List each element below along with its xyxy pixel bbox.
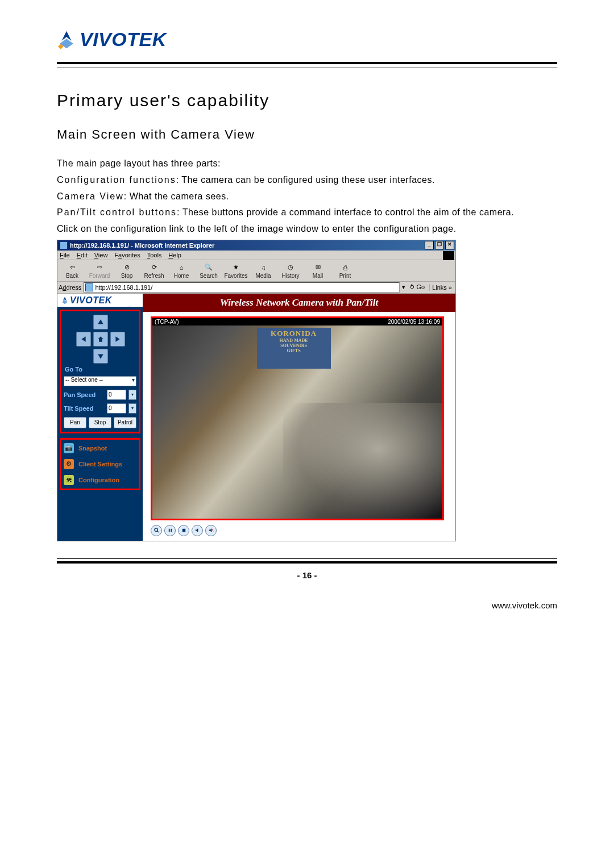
patrol-button[interactable]: Patrol	[114, 417, 136, 428]
paragraph: Click on the configuration link to the l…	[57, 221, 557, 237]
tilt-speed-value[interactable]: 0	[107, 403, 126, 414]
brand-logo: VIVOTEK	[57, 28, 557, 51]
back-button[interactable]: ⇦Back	[60, 261, 85, 280]
svg-rect-5	[182, 529, 185, 532]
camera-page-title: Wireless Network Camera with Pan/Tilt	[143, 294, 455, 312]
volume-icon[interactable]	[192, 525, 203, 536]
snapshot-link[interactable]: 📷 Snapshot	[64, 443, 136, 453]
brand-text: VIVOTEK	[80, 28, 167, 51]
chevron-down-icon: ▾	[132, 377, 135, 383]
divider	[57, 62, 557, 64]
search-button[interactable]: 🔍Search	[196, 261, 221, 280]
ie-icon	[60, 241, 68, 249]
video-timestamp: 2000/02/05 13:16:09	[388, 319, 440, 325]
pan-tilt-panel: Go To -- Select one -- ▾ Pan Speed 0 ▾ T…	[60, 310, 140, 433]
gear-icon: ⚙	[64, 459, 74, 469]
maximize-button[interactable]: ❐	[435, 241, 444, 249]
window-title: http://192.168.1.191/ - Microsoft Intern…	[70, 240, 424, 251]
page-number: - 16 -	[57, 570, 557, 580]
links-button[interactable]: Links »	[429, 284, 454, 291]
menu-tools[interactable]: Tools	[147, 252, 162, 258]
goto-label: Go To	[64, 366, 82, 373]
forward-button[interactable]: ⇨Forward	[87, 261, 112, 280]
site-url: www.vivotek.com	[57, 600, 557, 610]
paragraph: The main page layout has three parts:	[57, 156, 557, 172]
history-button[interactable]: ◷History	[278, 261, 303, 280]
address-url: http://192.168.1.191/	[95, 284, 152, 291]
pan-speed-value[interactable]: 0	[107, 390, 126, 400]
camera-main-view: Wireless Network Camera with Pan/Tilt (T…	[143, 294, 455, 541]
favorites-button[interactable]: ★Favorites	[223, 261, 248, 280]
stop-icon[interactable]	[178, 525, 189, 536]
close-button[interactable]: ✕	[445, 241, 454, 249]
pan-right-button[interactable]	[110, 332, 125, 347]
zoom-icon[interactable]	[151, 525, 162, 536]
menu-favorites[interactable]: Favorites	[114, 252, 140, 258]
stop-button[interactable]: ⊘Stop	[114, 261, 139, 280]
ie-throbber-icon	[443, 251, 454, 260]
media-button[interactable]: ♫Media	[251, 261, 276, 280]
print-button[interactable]: ⎙Print	[333, 261, 358, 280]
menu-file[interactable]: File	[60, 252, 70, 258]
svg-line-2	[157, 531, 159, 533]
tools-icon: 🛠	[64, 475, 74, 485]
pan-left-button[interactable]	[76, 332, 91, 347]
divider	[57, 68, 557, 68]
vivotek-logo-icon	[57, 30, 76, 49]
divider	[57, 558, 557, 559]
svg-rect-3	[168, 529, 169, 532]
tilt-down-button[interactable]	[93, 349, 108, 364]
home-position-button[interactable]	[93, 332, 108, 347]
chevron-down-icon[interactable]: ▾	[128, 403, 136, 414]
goto-select[interactable]: -- Select one -- ▾	[64, 376, 136, 386]
mute-icon[interactable]	[205, 525, 217, 536]
address-input[interactable]: http://192.168.1.191/	[84, 282, 400, 293]
config-links-panel: 📷 Snapshot ⚙ Client Settings 🛠 Configura…	[60, 438, 140, 490]
address-dropdown-icon[interactable]: ▾	[402, 283, 405, 291]
configuration-link[interactable]: 🛠 Configuration	[64, 475, 136, 485]
minimize-button[interactable]: _	[425, 241, 434, 249]
menu-bar: File Edit View Favorites Tools Help	[57, 251, 455, 260]
tilt-up-button[interactable]	[93, 315, 108, 329]
pan-speed-label: Pan Speed	[64, 391, 105, 398]
stop-button[interactable]: Stop	[89, 417, 111, 428]
paragraph: Camera View: What the camera sees.	[57, 189, 557, 205]
tilt-speed-label: Tilt Speed	[64, 405, 105, 412]
browser-screenshot: http://192.168.1.191/ - Microsoft Intern…	[57, 240, 456, 541]
window-titlebar: http://192.168.1.191/ - Microsoft Intern…	[57, 240, 455, 251]
camera-sidebar: VIVOTEK Go To	[57, 294, 143, 541]
svg-rect-4	[171, 529, 172, 532]
menu-edit[interactable]: Edit	[77, 252, 88, 258]
vivotek-logo-icon	[61, 297, 69, 304]
video-protocol: (TCP-AV)	[155, 319, 179, 325]
chevron-down-icon[interactable]: ▾	[128, 390, 136, 400]
video-panel: (TCP-AV) 2000/02/05 13:16:09 KORONIDA HA…	[151, 316, 444, 520]
home-button[interactable]: ⌂Home	[169, 261, 194, 280]
go-button[interactable]: ⥁ Go	[408, 283, 427, 291]
body-text: The main page layout has three parts: Co…	[57, 156, 557, 237]
camera-icon: 📷	[64, 443, 74, 453]
client-settings-link[interactable]: ⚙ Client Settings	[64, 459, 136, 469]
pan-button[interactable]: Pan	[64, 417, 86, 428]
refresh-button[interactable]: ⟳Refresh	[142, 261, 167, 280]
menu-help[interactable]: Help	[168, 252, 181, 258]
address-bar: Address http://192.168.1.191/ ▾ ⥁ Go Lin…	[57, 282, 455, 294]
section-heading: Main Screen with Camera View	[57, 127, 557, 142]
paragraph: Pan/Tilt control buttons: These buttons …	[57, 205, 557, 221]
page-heading: Primary user's capability	[57, 91, 557, 110]
address-label: Address	[59, 284, 81, 291]
svg-line-6	[212, 529, 213, 532]
paragraph: Configuration functions: The camera can …	[57, 172, 557, 189]
toolbar: ⇦Back ⇨Forward ⊘Stop ⟳Refresh ⌂Home 🔍Sea…	[57, 260, 455, 282]
player-controls	[143, 523, 455, 541]
video-stream[interactable]: KORONIDA HAND MADE SOUVENIRS GIFTS	[152, 326, 442, 519]
mail-button[interactable]: ✉Mail	[305, 261, 330, 280]
page-icon	[85, 283, 93, 291]
divider	[57, 561, 557, 564]
sidebar-logo: VIVOTEK	[57, 294, 143, 307]
pause-icon[interactable]	[164, 525, 176, 536]
shop-sign: KORONIDA HAND MADE SOUVENIRS GIFTS	[257, 328, 331, 369]
menu-view[interactable]: View	[94, 252, 108, 258]
